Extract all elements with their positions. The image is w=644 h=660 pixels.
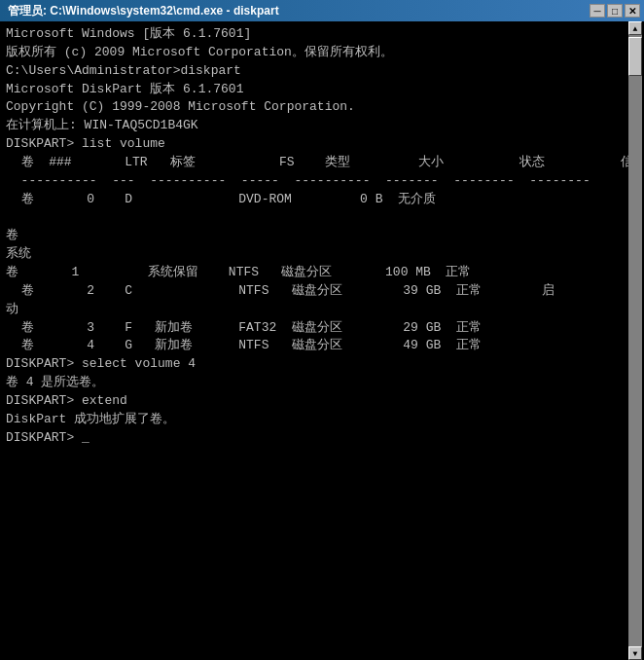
col-ltr-header: LTR: [125, 155, 147, 169]
scroll-track[interactable]: [628, 76, 642, 646]
col-fs-header: FS: [279, 155, 295, 169]
console-line: Copyright (C) 1999-2008 Microsoft Corpor…: [6, 98, 623, 117]
console-line: DISKPART> _: [6, 429, 623, 448]
console-line: Microsoft Windows [版本 6.1.7601]: [6, 25, 623, 44]
console-line: DISKPART> list volume: [6, 135, 623, 154]
console-line: DISKPART> select volume 4: [6, 355, 623, 374]
minimize-button[interactable]: ─: [590, 4, 605, 18]
console-content: Microsoft Windows [版本 6.1.7601] 版权所有 (c)…: [0, 21, 628, 451]
table-separator: ---------- --- ---------- ----- --------…: [6, 172, 623, 191]
console-line: 在计算机上: WIN-TAQ5CD1B4GK: [6, 117, 623, 135]
window-frame: 管理员: C:\Windows\system32\cmd.exe - diskp…: [0, 0, 644, 660]
window-controls: ─ □ ✕: [590, 4, 640, 18]
col-label-header: 标签: [170, 155, 196, 169]
close-button[interactable]: ✕: [625, 4, 640, 18]
scroll-thumb[interactable]: [628, 37, 642, 76]
table-row: 卷 3 F 新加卷 FAT32 磁盘分区 29 GB 正常: [6, 319, 623, 338]
col-info-header: 信息: [621, 155, 628, 169]
col-size-header: 大小: [418, 155, 444, 169]
table-row: 动: [6, 301, 623, 319]
console-line: C:\Users\Administrator>diskpart: [6, 62, 623, 81]
table-row: 卷 2 C NTFS 磁盘分区 39 GB 正常 启: [6, 282, 623, 301]
col-type-header: 类型: [325, 155, 350, 169]
col-status-header: 状态: [519, 155, 545, 169]
table-row: 卷 4 G 新加卷 NTFS 磁盘分区 49 GB 正常: [6, 337, 623, 355]
scroll-down-button[interactable]: ▼: [628, 646, 642, 660]
console-line: Microsoft DiskPart 版本 6.1.7601: [6, 81, 623, 99]
console-line: DISKPART> extend: [6, 392, 623, 411]
scroll-up-button[interactable]: ▲: [628, 21, 642, 35]
scrollbar[interactable]: ▲ ▼: [628, 21, 642, 660]
window-title: 管理员: C:\Windows\system32\cmd.exe - diskp…: [4, 3, 590, 19]
console-line: 版权所有 (c) 2009 Microsoft Corporation。保留所有…: [6, 44, 623, 62]
console-line: DiskPart 成功地扩展了卷。: [6, 411, 623, 429]
console-line: 卷 4 是所选卷。: [6, 374, 623, 392]
table-row: 卷 0 D DVD-ROM 0 B 无介质: [6, 191, 623, 209]
col-num-header: ###: [49, 155, 71, 169]
table-header-row: 卷 ### LTR 标签 FS 类型 大小 状态 信息: [6, 154, 623, 172]
title-bar: 管理员: C:\Windows\system32\cmd.exe - diskp…: [0, 0, 644, 21]
table-row: 卷 系统 卷 1 系统保留 NTFS 磁盘分区 100 MB 正常: [6, 208, 623, 281]
maximize-button[interactable]: □: [607, 4, 623, 18]
console-area[interactable]: Microsoft Windows [版本 6.1.7601] 版权所有 (c)…: [0, 21, 628, 660]
col-vol-header: 卷: [21, 155, 34, 169]
